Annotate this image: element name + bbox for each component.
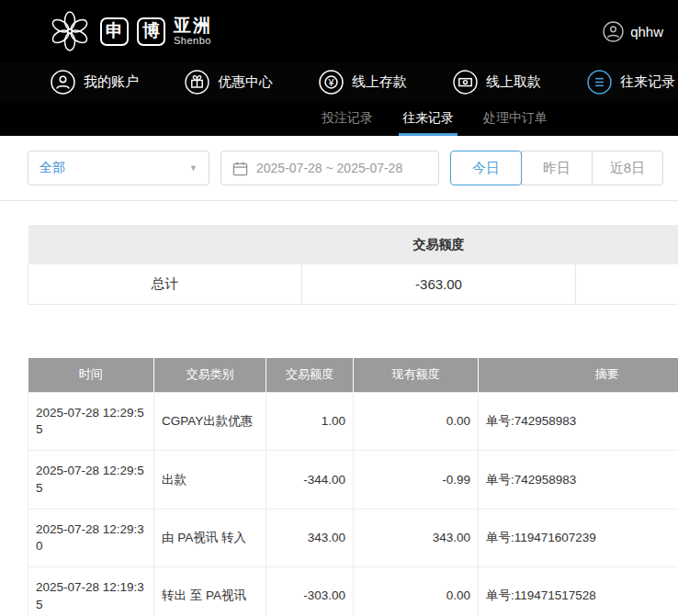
type-dropdown[interactable]: 全部 ▼ (28, 151, 209, 185)
summary-total-row: 总计 -363.00 (28, 264, 678, 304)
nav-item-transaction-records[interactable]: 往来记录 (587, 70, 675, 95)
nav-item-my-account[interactable]: 我的账户 (51, 70, 139, 95)
logo-region: 亚洲 (174, 17, 212, 36)
flower-logo-icon (48, 9, 92, 53)
records-header-row: 时间 交易类别 交易额度 现有额度 摘要 (28, 358, 678, 393)
calendar-icon (232, 161, 248, 176)
main-navigation: 我的账户 优惠中心 ¥ 线上存款 (0, 62, 678, 101)
cell-balance: 0.00 (354, 393, 479, 451)
cell-type: CGPAY出款优惠 (154, 393, 266, 451)
cell-note: 单号:119471607239 (479, 509, 678, 566)
cell-type: 出款 (154, 451, 266, 509)
site-logo[interactable]: 申 博 亚洲 Shenbo (48, 9, 212, 53)
range-button-label: 今日 (472, 160, 500, 177)
tab-bet-records[interactable]: 投注记录 (322, 101, 373, 136)
cell-balance: -0.99 (354, 451, 479, 509)
summary-header-amount: 交易额度 (302, 225, 576, 264)
nav-item-online-withdraw[interactable]: 线上取款 (453, 70, 541, 95)
table-row: 2025-07-28 12:29:30 由 PA视讯 转入 343.00 343… (28, 509, 678, 566)
cell-time: 2025-07-28 12:29:30 (28, 509, 154, 566)
date-range-value: 2025-07-28 ~ 2025-07-28 (256, 161, 402, 175)
range-button-label: 昨日 (543, 160, 571, 177)
cell-time: 2025-07-28 12:29:55 (28, 393, 154, 451)
records-icon (587, 70, 612, 95)
col-header-balance: 现有额度 (354, 358, 479, 393)
logo-char-2: 博 (137, 17, 165, 46)
cell-time: 2025-07-28 12:29:55 (28, 451, 154, 509)
promo-gift-icon (185, 70, 209, 95)
nav-item-label: 往来记录 (620, 73, 675, 91)
nav-item-label: 线上存款 (352, 73, 407, 91)
tab-label: 投注记录 (322, 110, 373, 127)
cell-note: 单号:742958983 (479, 451, 678, 509)
table-row: 2025-07-28 12:19:35 转出 至 PA视讯 -303.00 0.… (28, 567, 678, 616)
nav-item-label: 我的账户 (84, 73, 139, 91)
svg-text:¥: ¥ (327, 76, 334, 87)
cell-type: 由 PA视讯 转入 (154, 509, 266, 566)
records-subnav: 投注记录 往来记录 处理中订单 (0, 101, 678, 136)
cell-amount: -303.00 (266, 567, 354, 616)
cell-type: 转出 至 PA视讯 (154, 567, 266, 616)
cell-note: 单号:119471517528 (479, 567, 678, 616)
summary-header-row: 交易额度 (28, 225, 678, 264)
account-icon (51, 70, 75, 95)
withdraw-icon (453, 70, 478, 95)
summary-table: 交易额度 总计 -363.00 (28, 225, 678, 305)
col-header-note: 摘要 (479, 358, 678, 393)
user-account[interactable]: qhhw (603, 21, 663, 42)
cell-balance: 343.00 (354, 509, 479, 566)
table-row: 2025-07-28 12:29:55 出款 -344.00 -0.99 单号:… (28, 451, 678, 509)
records-table: 时间 交易类别 交易额度 现有额度 摘要 2025-07-28 12:29:55… (28, 358, 678, 616)
cell-balance: 0.00 (354, 567, 479, 616)
tab-transaction-records[interactable]: 往来记录 (402, 101, 454, 136)
cell-amount: 343.00 (266, 509, 354, 566)
tab-processing-orders[interactable]: 处理中订单 (483, 101, 548, 136)
user-circle-icon (603, 21, 624, 42)
summary-header-empty (28, 225, 302, 264)
deposit-icon: ¥ (319, 70, 344, 95)
cell-note: 单号:742958983 (479, 393, 678, 451)
summary-empty-cell (576, 264, 678, 304)
username-text: qhhw (630, 24, 663, 39)
cell-amount: 1.00 (266, 393, 354, 451)
filter-bar: 全部 ▼ 2025-07-28 ~ 2025-07-28 今日 昨日 近8日 (0, 136, 678, 201)
range-button-today[interactable]: 今日 (450, 151, 522, 185)
tab-label: 处理中订单 (483, 110, 548, 127)
tab-label: 往来记录 (402, 110, 454, 127)
top-header: 申 博 亚洲 Shenbo qhhw (0, 0, 678, 62)
cell-time: 2025-07-28 12:19:35 (28, 567, 154, 616)
type-dropdown-value: 全部 (40, 160, 65, 176)
nav-item-promo-center[interactable]: 优惠中心 (185, 70, 273, 95)
logo-subtitle: Shenbo (174, 35, 212, 46)
date-range-picker[interactable]: 2025-07-28 ~ 2025-07-28 (220, 151, 439, 185)
nav-item-online-deposit[interactable]: ¥ 线上存款 (319, 70, 407, 95)
nav-item-label: 优惠中心 (218, 73, 273, 91)
summary-total-label: 总计 (28, 264, 302, 304)
summary-total-value: -363.00 (302, 264, 576, 304)
col-header-amount: 交易额度 (266, 358, 354, 393)
range-button-last8days[interactable]: 近8日 (592, 151, 663, 185)
cell-amount: -344.00 (266, 451, 354, 509)
quick-range-group: 今日 昨日 近8日 (450, 151, 663, 185)
chevron-down-icon: ▼ (189, 163, 198, 173)
table-row: 2025-07-28 12:29:55 CGPAY出款优惠 1.00 0.00 … (28, 393, 678, 451)
nav-item-label: 线上取款 (486, 73, 541, 91)
col-header-time: 时间 (28, 358, 154, 393)
logo-char-1: 申 (100, 17, 129, 46)
col-header-type: 交易类别 (154, 358, 266, 393)
range-button-label: 近8日 (610, 160, 645, 177)
range-button-yesterday[interactable]: 昨日 (521, 151, 593, 185)
summary-header-empty (576, 225, 678, 264)
